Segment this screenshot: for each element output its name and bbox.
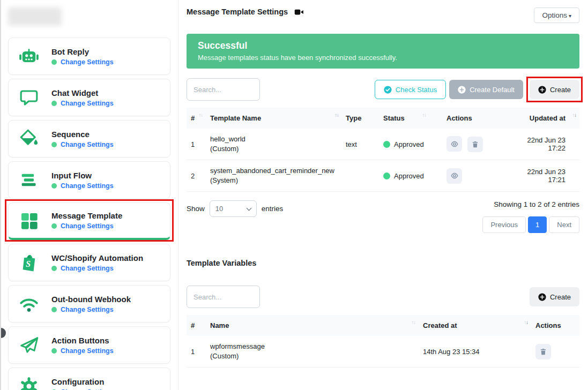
view-button[interactable]: [446, 136, 462, 152]
col-header-status[interactable]: Status↑↓: [379, 108, 442, 129]
create-button[interactable]: Create: [530, 80, 579, 99]
template-name: system_abandoned_cart_reminder_new: [210, 166, 337, 176]
created-at: 14th Aug 23 15:34: [419, 336, 531, 368]
status-badge: Approved: [394, 172, 424, 180]
sidebar-item-message-template[interactable]: Message Template Change Settings: [8, 202, 170, 240]
sort-icon: ↑↓: [572, 112, 577, 118]
delete-button[interactable]: [535, 344, 551, 359]
status-dot: [51, 101, 57, 106]
trash-icon: [471, 140, 479, 148]
template-type: [341, 160, 379, 192]
change-settings-link[interactable]: Change Settings: [61, 265, 114, 272]
sidebar-item-input-flow[interactable]: Input Flow Change Settings: [8, 161, 170, 199]
status-dot: [51, 348, 57, 354]
sidebar-item-bot-reply[interactable]: Bot Reply Change Settings: [8, 38, 170, 75]
variables-create-button[interactable]: Create: [530, 287, 579, 306]
status-dot: [383, 172, 390, 179]
page-size-select[interactable]: 10: [210, 200, 257, 217]
col-header-updated-at[interactable]: Updated at↑↓: [504, 108, 579, 129]
shopify-bag-icon: S: [17, 251, 41, 274]
templates-table: #↑↓ Template Name↑↓ Type↑↓ Status↑↓ Acti…: [187, 108, 579, 192]
trash-icon: [539, 348, 547, 356]
eye-icon: [450, 140, 459, 148]
change-settings-link[interactable]: Change Settings: [61, 141, 114, 148]
sidebar: Bot Reply Change Settings Chat Widget Ch…: [1, 0, 178, 390]
sort-icon: ↑↓: [335, 112, 339, 118]
col-header-actions: Actions: [442, 108, 504, 129]
sidebar-item-label: Out-bound Webhook: [51, 295, 131, 304]
change-settings-link[interactable]: Change Settings: [61, 222, 114, 230]
template-origin: (Custom): [210, 144, 337, 154]
sort-icon: ↑↓: [524, 319, 529, 325]
variables-table: # Name↑↓ Created at↑↓ Actions 1 wpformsm…: [187, 315, 579, 368]
bars-icon: [17, 168, 41, 192]
variables-search-input[interactable]: [187, 286, 260, 308]
sidebar-item-label: Chat Widget: [51, 88, 114, 98]
delete-button[interactable]: [467, 137, 483, 152]
col-header-template-name[interactable]: Template Name↑↓: [206, 108, 341, 129]
sidebar-item-configuration[interactable]: Configuration Change Settings: [8, 368, 170, 390]
plus-circle-icon: [538, 86, 546, 94]
page-1-button[interactable]: 1: [528, 216, 547, 233]
change-settings-link[interactable]: Change Settings: [61, 100, 114, 107]
sidebar-item-label: Input Flow: [51, 171, 114, 180]
col-header-actions: Actions: [531, 315, 579, 336]
video-camera-icon[interactable]: [294, 8, 304, 16]
view-button[interactable]: [446, 168, 462, 184]
main-content: Message Template Settings Options▾ Succe…: [178, 0, 588, 390]
change-settings-link[interactable]: Change Settings: [61, 388, 114, 390]
status-dot: [383, 141, 390, 148]
previous-page-button[interactable]: Previous: [482, 216, 526, 233]
show-label: Show: [187, 205, 205, 213]
plus-circle-icon: [458, 86, 466, 94]
updated-at: 22nd Jun 23 17:21: [504, 160, 579, 192]
entries-summary: Showing 1 to 2 of 2 entries: [494, 200, 579, 208]
options-button[interactable]: Options▾: [534, 8, 579, 23]
sort-icon: ↑↓: [412, 319, 416, 325]
svg-text:S: S: [26, 259, 31, 268]
table-row: 2 system_abandoned_cart_reminder_new(Sys…: [187, 160, 579, 192]
check-status-button[interactable]: Check Status: [375, 80, 446, 99]
sidebar-item-wc-shopify-automation[interactable]: S WC/Shopify Automation Change Settings: [8, 244, 170, 281]
entries-label: entries: [262, 205, 284, 213]
sidebar-item-label: Bot Reply: [51, 47, 114, 56]
col-header-created-at[interactable]: Created at↑↓: [419, 315, 531, 336]
robot-icon: [17, 44, 41, 68]
change-settings-link[interactable]: Change Settings: [61, 347, 114, 355]
col-header-num[interactable]: #↑↓: [187, 108, 206, 129]
check-circle-icon: [384, 86, 392, 94]
change-settings-link[interactable]: Change Settings: [61, 306, 114, 313]
sidebar-item-chat-widget[interactable]: Chat Widget Change Settings: [8, 79, 170, 116]
status-dot: [51, 307, 57, 312]
banner-title: Successful: [198, 39, 568, 52]
status-dot: [51, 183, 57, 189]
create-default-button[interactable]: Create Default: [449, 80, 523, 99]
template-variables-title: Template Variables: [187, 259, 579, 267]
status-dot: [51, 59, 57, 65]
sidebar-item-label: Sequence: [51, 130, 114, 139]
sidebar-item-sequence[interactable]: Sequence Change Settings: [8, 120, 170, 158]
sidebar-item-label: Action Buttons: [51, 336, 114, 345]
status-dot: [51, 223, 57, 229]
sidebar-item-out-bound-webhook[interactable]: Out-bound Webhook Change Settings: [8, 285, 170, 322]
updated-at: 22nd Jun 23 17:22: [504, 129, 579, 160]
eye-icon: [450, 171, 459, 180]
col-header-num: #: [187, 315, 206, 336]
pagination: Previous 1 Next: [482, 216, 579, 233]
chat-bubble-icon: [17, 86, 41, 109]
status-dot: [51, 266, 57, 271]
sidebar-item-action-buttons[interactable]: Action Buttons Change Settings: [8, 326, 170, 364]
col-header-type[interactable]: Type↑↓: [341, 108, 379, 129]
next-page-button[interactable]: Next: [549, 216, 579, 233]
templates-search-input[interactable]: [187, 78, 260, 101]
change-settings-link[interactable]: Change Settings: [61, 182, 114, 190]
col-header-name[interactable]: Name↑↓: [206, 315, 419, 336]
variable-name: wpformsmessage: [210, 342, 414, 351]
template-origin: (System): [210, 176, 337, 185]
chevron-down-icon: ▾: [569, 13, 571, 19]
variable-origin: (Custom): [210, 351, 414, 361]
app-window: Bot Reply Change Settings Chat Widget Ch…: [0, 0, 588, 390]
template-type: text: [341, 129, 379, 160]
template-name: hello_world: [210, 134, 337, 144]
change-settings-link[interactable]: Change Settings: [61, 58, 114, 66]
